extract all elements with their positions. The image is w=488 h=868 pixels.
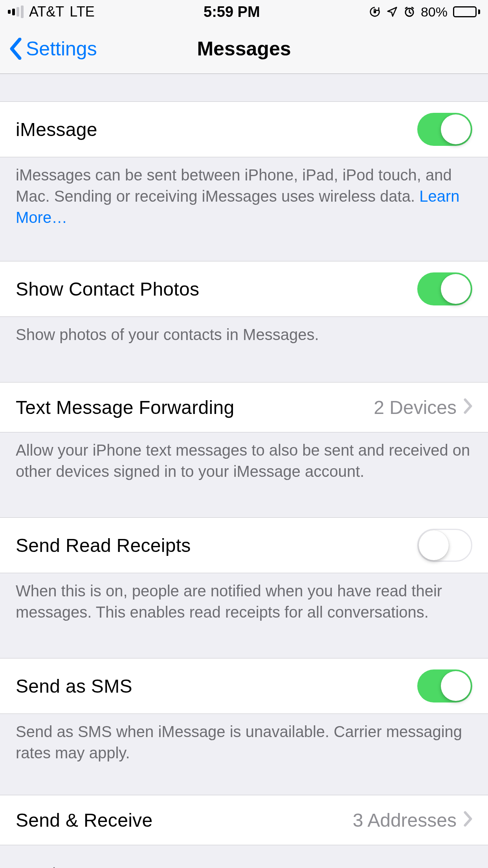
back-label: Settings [26,37,97,60]
toggle-send-sms[interactable] [417,669,472,702]
chevron-right-icon [464,809,472,831]
chevron-right-icon [464,397,472,418]
cellular-signal-icon [8,6,24,18]
toggle-contact-photos[interactable] [417,272,472,305]
status-time: 5:59 PM [204,4,260,20]
toggle-read-receipts[interactable] [417,529,472,562]
row-send-sms[interactable]: Send as SMS [0,658,488,714]
row-label: Text Message Forwarding [16,397,234,418]
footer-send-sms: Send as SMS when iMessage is unavailable… [0,714,488,775]
row-label: Send & Receive [16,809,152,831]
row-imessage[interactable]: iMessage [0,101,488,157]
status-left: AT&T LTE [8,4,95,20]
battery-icon [453,6,480,17]
carrier-label: AT&T [29,4,64,20]
alarm-clock-icon [404,6,415,18]
rotation-lock-icon [369,6,381,18]
footer-read-receipts: When this is on, people are notified whe… [0,573,488,634]
nav-bar: Settings Messages [0,24,488,74]
status-bar: AT&T LTE 5:59 PM 80% [0,0,488,24]
section-header-sms-mms: SMS/MMS [0,845,488,868]
row-label: Send as SMS [16,675,132,697]
row-label: Show Contact Photos [16,278,199,300]
row-label: iMessage [16,119,97,140]
footer-imessage: iMessages can be sent between iPhone, iP… [0,157,488,240]
settings-list[interactable]: iMessage iMessages can be sent between i… [0,74,488,868]
footer-forwarding: Allow your iPhone text messages to also … [0,432,488,494]
row-value: 3 Addresses [353,809,457,831]
row-label: Send Read Receipts [16,535,191,556]
back-button[interactable]: Settings [0,37,97,60]
row-send-receive[interactable]: Send & Receive 3 Addresses [0,795,488,845]
footer-contact-photos: Show photos of your contacts in Messages… [0,317,488,357]
battery-percent: 80% [421,4,448,20]
chevron-left-icon [9,38,23,60]
status-right: 80% [369,4,480,20]
row-value: 2 Devices [374,397,457,418]
row-forwarding[interactable]: Text Message Forwarding 2 Devices [0,382,488,432]
location-arrow-icon [386,6,398,18]
svg-rect-0 [374,10,376,13]
row-read-receipts[interactable]: Send Read Receipts [0,517,488,573]
network-label: LTE [70,4,94,20]
row-contact-photos[interactable]: Show Contact Photos [0,261,488,317]
toggle-imessage[interactable] [417,113,472,146]
